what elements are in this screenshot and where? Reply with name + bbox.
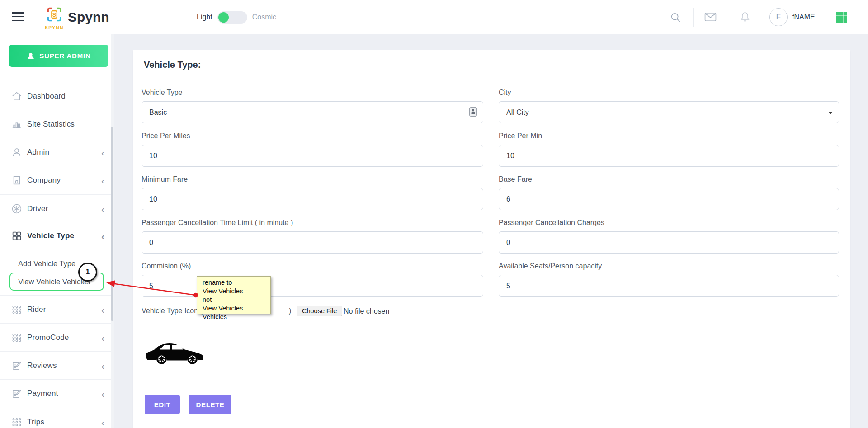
note-pencil-icon [11,360,23,372]
sidebar-item-label: Admin [27,148,49,157]
theme-switch[interactable] [217,11,247,24]
sidebar-item-vehicle-type[interactable]: Vehicle Type ‹ [0,223,111,248]
chevron-left-icon: ‹ [101,361,104,370]
field-label-cancellation-time-limit: Passenger Cancellation Time Limit ( in m… [142,219,293,227]
sidebar-item-label: PromoCode [27,333,69,342]
theme-toggle-group: Light Cosmic [197,0,276,34]
chevron-left-icon: ‹ [101,204,104,214]
grid-squares-icon [11,230,23,242]
sidebar-item-payment[interactable]: Payment ‹ [0,379,111,407]
field-label-city: City [499,89,511,97]
person-icon [27,52,35,60]
sidebar-subitem-label: Add Vehicle Type [18,259,75,268]
minimum-fare-input[interactable] [142,188,483,210]
file-field-label: Vehicle Type Icon ( w [142,307,210,315]
field-label-available-seats: Available Seats/Person capacity [499,262,602,270]
sidebar-item-admin[interactable]: Admin ‹ [0,138,111,166]
brand-logo[interactable]: S SPYNN [43,5,65,30]
file-status-text: No file chosen [344,307,389,315]
field-label-base-fare: Base Fare [499,175,532,183]
sidebar-item-dashboard[interactable]: Dashboard [0,82,111,110]
choose-file-button[interactable]: Choose File [297,306,342,316]
bell-icon[interactable] [739,11,751,25]
cancellation-time-limit-input[interactable] [142,231,483,254]
sidebar-item-label: Trips [27,418,44,427]
sidebar-item-company[interactable]: Company ‹ [0,166,111,194]
vehicle-type-input[interactable] [142,101,483,123]
sidebar-item-trips[interactable]: Trips ‹ [0,408,111,428]
base-fare-input[interactable] [499,188,839,210]
price-per-min-input[interactable] [499,145,839,167]
mail-icon[interactable] [704,12,717,24]
dots-grid-icon [11,332,23,343]
field-label-price-per-miles: Price Per Miles [142,132,190,140]
sidebar-item-label: Reviews [27,361,57,370]
sidebar-item-driver[interactable]: Driver ‹ [0,194,111,223]
chevron-left-icon: ‹ [101,305,104,314]
chevron-left-icon: ‹ [101,417,104,427]
delete-button[interactable]: DELETE [189,395,231,414]
vehicle-type-car-image [143,340,207,366]
sidebar-item-label: Company [27,176,61,185]
user-name: fNAME [792,13,815,21]
avatar-initial: F [776,13,781,21]
brand-name: Spynn [68,9,109,25]
sidebar-item-promocode[interactable]: PromoCode ‹ [0,323,111,351]
city-select[interactable]: All City [499,101,839,123]
home-icon [11,90,23,102]
city-select-value: All City [506,108,529,116]
cancellation-charges-input[interactable] [499,231,839,254]
theme-label-cosmic: Cosmic [252,13,276,21]
sidebar-item-rider[interactable]: Rider ‹ [0,295,111,323]
page-title: Vehicle Type: [144,60,201,70]
building-icon [11,174,23,186]
divider [35,7,35,27]
autofill-icon[interactable] [469,107,477,118]
theme-switch-knob [218,12,229,23]
apps-grid-icon[interactable] [836,12,847,24]
available-seats-input[interactable] [499,275,839,297]
divider [133,80,850,80]
file-field-label-close: ) [289,307,291,315]
field-label-price-per-min: Price Per Min [499,132,542,140]
sidebar-item-site-statistics[interactable]: Site Statistics [0,110,111,138]
sidebar: SUPER ADMIN Dashboard Site Statistics Ad… [0,34,114,428]
person-icon [11,146,23,158]
edit-button[interactable]: EDIT [145,395,180,414]
price-per-miles-input[interactable] [142,145,483,167]
role-badge-label: SUPER ADMIN [39,52,90,60]
chevron-down-icon [829,112,832,114]
vehicle-type-card: Vehicle Type: Vehicle Type City All City… [133,50,850,428]
avatar[interactable]: F [769,8,788,26]
spynn-logo-icon: S [45,5,64,24]
sidebar-item-label: Dashboard [27,92,66,101]
sidebar-subitem-label: View Vehicle Vehicles [18,277,90,286]
field-label-cancellation-charges: Passenger Cancellation Charges [499,219,604,227]
theme-label-light: Light [197,13,212,21]
sidebar-item-label: Payment [27,389,58,398]
svg-text:S: S [52,12,56,18]
dots-grid-icon [11,304,23,315]
chevron-left-icon: ‹ [101,175,104,185]
chevron-left-icon: ‹ [101,333,104,342]
chevron-left-icon: ‹ [101,389,104,398]
sidebar-scrollbar-thumb[interactable] [111,127,113,321]
field-label-commision: Commision (%) [142,262,191,270]
divider [693,8,694,27]
logo-subtext: SPYNN [43,25,65,30]
chevron-left-icon: ‹ [101,147,104,157]
commision-input[interactable] [142,275,483,297]
top-header: S SPYNN Spynn Light Cosmic F fNAME [0,0,868,34]
field-label-minimum-fare: Minimum Fare [142,175,188,183]
sidebar-item-add-vehicle-type[interactable]: Add Vehicle Type [18,255,75,272]
menu-toggle-button[interactable] [12,12,24,22]
chevron-down-icon: ‹ [101,231,104,240]
sidebar-item-label: Vehicle Type [27,231,74,240]
sidebar-item-view-vehicle-vehicles[interactable]: View Vehicle Vehicles [18,273,90,291]
divider [763,8,763,27]
search-icon[interactable] [670,11,681,25]
steering-wheel-icon [11,203,23,215]
note-pencil-icon [11,388,23,400]
divider [659,8,659,27]
sidebar-item-reviews[interactable]: Reviews ‹ [0,351,111,379]
